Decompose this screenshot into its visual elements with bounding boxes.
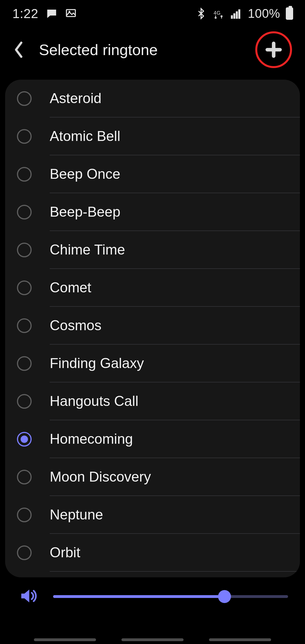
battery-percent: 100% bbox=[248, 6, 280, 21]
ringtone-row[interactable]: Chime Time bbox=[5, 231, 300, 269]
ringtone-radio[interactable] bbox=[17, 356, 32, 371]
svg-point-1 bbox=[69, 11, 70, 12]
ringtone-row[interactable]: Finding Galaxy bbox=[5, 345, 300, 382]
ringtone-row[interactable]: Cosmos bbox=[5, 307, 300, 345]
nav-back[interactable] bbox=[209, 638, 271, 641]
volume-bar bbox=[0, 577, 305, 616]
ringtone-radio[interactable] bbox=[17, 280, 32, 295]
messages-icon bbox=[46, 8, 58, 19]
ringtone-panel: AsteroidAtomic BellBeep OnceBeep-BeepChi… bbox=[5, 80, 300, 577]
navigation-bar bbox=[0, 627, 305, 644]
ringtone-label: Hangouts Call bbox=[50, 382, 300, 420]
svg-text:4G: 4G bbox=[214, 10, 221, 16]
ringtone-radio[interactable] bbox=[17, 470, 32, 484]
data-4g-icon: 4G bbox=[213, 8, 225, 19]
ringtone-list: AsteroidAtomic BellBeep OnceBeep-BeepChi… bbox=[5, 80, 300, 572]
ringtone-row[interactable]: Beep-Beep bbox=[5, 193, 300, 231]
ringtone-row[interactable]: Orbit bbox=[5, 534, 300, 572]
ringtone-radio[interactable] bbox=[17, 432, 32, 447]
status-bar: 1:22 4G 100% bbox=[0, 0, 305, 27]
ringtone-radio[interactable] bbox=[17, 205, 32, 219]
ringtone-row[interactable]: Hangouts Call bbox=[5, 382, 300, 420]
ringtone-label: Beep Once bbox=[50, 155, 300, 193]
volume-icon bbox=[18, 586, 37, 607]
ringtone-row[interactable]: Homecoming bbox=[5, 420, 300, 458]
ringtone-radio[interactable] bbox=[17, 243, 32, 257]
status-clock: 1:22 bbox=[12, 6, 38, 21]
back-button[interactable] bbox=[10, 41, 27, 58]
ringtone-radio[interactable] bbox=[17, 318, 32, 333]
ringtone-radio[interactable] bbox=[17, 129, 32, 144]
page-title: Selected ringtone bbox=[39, 41, 158, 58]
nav-recent[interactable] bbox=[34, 638, 96, 641]
ringtone-label: Moon Discovery bbox=[50, 458, 300, 496]
ringtone-label: Orbit bbox=[50, 534, 300, 572]
nav-home[interactable] bbox=[121, 638, 184, 641]
ringtone-row[interactable]: Asteroid bbox=[5, 80, 300, 118]
svg-rect-4 bbox=[234, 14, 235, 19]
volume-slider[interactable] bbox=[53, 595, 288, 598]
ringtone-radio[interactable] bbox=[17, 91, 32, 106]
ringtone-row[interactable]: Comet bbox=[5, 269, 300, 307]
ringtone-row[interactable]: Neptune bbox=[5, 496, 300, 534]
app-bar: Selected ringtone bbox=[0, 27, 305, 72]
ringtone-row[interactable]: Atomic Bell bbox=[5, 118, 300, 155]
ringtone-label: Neptune bbox=[50, 496, 300, 534]
bluetooth-icon bbox=[195, 8, 207, 19]
ringtone-label: Beep-Beep bbox=[50, 193, 300, 231]
ringtone-radio[interactable] bbox=[17, 508, 32, 522]
ringtone-row[interactable]: Beep Once bbox=[5, 155, 300, 193]
add-ringtone-button[interactable] bbox=[255, 31, 292, 68]
ringtone-label: Finding Galaxy bbox=[50, 345, 300, 382]
svg-rect-5 bbox=[236, 12, 238, 19]
svg-rect-3 bbox=[231, 16, 233, 19]
ringtone-label: Atomic Bell bbox=[50, 118, 300, 155]
ringtone-label: Comet bbox=[50, 269, 300, 307]
signal-icon bbox=[230, 8, 242, 19]
volume-slider-thumb[interactable] bbox=[218, 590, 231, 603]
ringtone-label: Homecoming bbox=[50, 420, 300, 458]
ringtone-radio[interactable] bbox=[17, 394, 32, 409]
ringtone-label: Cosmos bbox=[50, 307, 300, 345]
ringtone-row[interactable]: Moon Discovery bbox=[5, 458, 300, 496]
pictures-icon bbox=[65, 8, 77, 19]
ringtone-radio[interactable] bbox=[17, 167, 32, 182]
ringtone-radio[interactable] bbox=[17, 545, 32, 560]
ringtone-label: Chime Time bbox=[50, 231, 300, 269]
ringtone-label: Asteroid bbox=[50, 80, 300, 118]
svg-rect-6 bbox=[239, 10, 240, 19]
battery-icon bbox=[286, 7, 293, 20]
volume-slider-fill bbox=[53, 595, 225, 598]
